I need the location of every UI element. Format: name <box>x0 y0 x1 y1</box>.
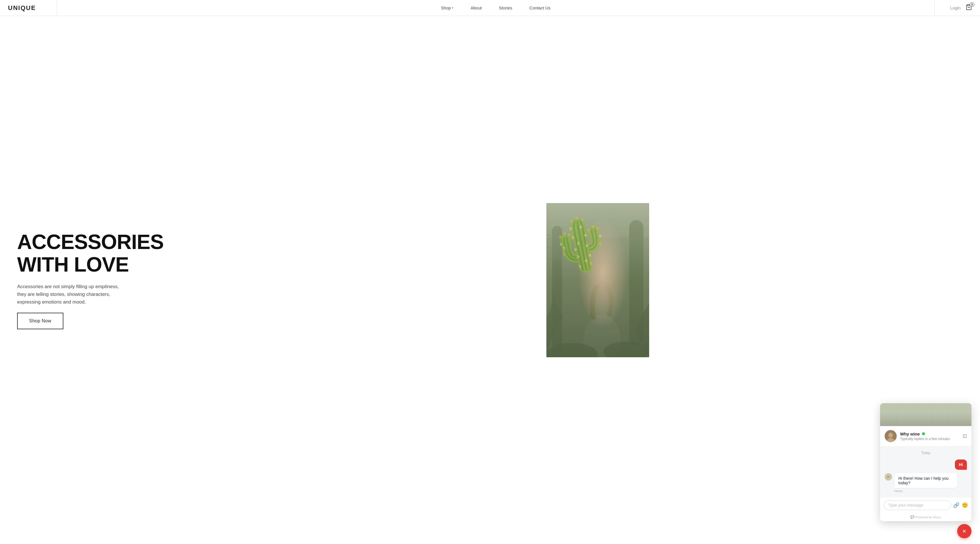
svg-line-15 <box>548 259 557 260</box>
emoji-icon[interactable]: 🙂 <box>962 502 968 508</box>
cart-button[interactable]: 0 <box>966 4 972 12</box>
chat-date: Today <box>885 451 967 455</box>
nav-shop[interactable]: Shop ▾ <box>441 5 453 10</box>
hero-title: ACCESSORIES WITH LOVE <box>17 231 395 276</box>
svg-rect-11 <box>552 226 562 334</box>
svg-rect-12 <box>552 260 562 357</box>
user-bubble: Hi <box>955 459 967 470</box>
svg-rect-24 <box>880 403 971 426</box>
chat-powered-footer: 💬 Powered by Hoory <box>880 513 971 521</box>
svg-point-20 <box>588 263 616 286</box>
chat-close-button[interactable]: × <box>957 524 971 538</box>
hero-text-block: ACCESSORIES WITH LOVE Accessories are no… <box>0 231 412 330</box>
brand-logo[interactable]: UNIQUE <box>0 0 57 16</box>
shop-dropdown-arrow: ▾ <box>452 6 453 10</box>
chat-avatar <box>885 430 897 442</box>
chat-header: Why wine Typically replies in a few minu… <box>880 426 971 446</box>
bot-bubble: Hi there! How can I help you today? <box>894 473 957 488</box>
chat-menu-icon[interactable]: ⊡ <box>963 433 967 439</box>
chat-title-area: Why wine Typically replies in a few minu… <box>900 431 959 441</box>
chat-body: Today Hi H Hi there! How can I help you … <box>880 446 971 497</box>
svg-point-34 <box>888 432 893 438</box>
hero-image-svg <box>546 203 649 357</box>
bot-message-row: H Hi there! How can I help you today? <box>885 473 967 488</box>
login-button[interactable]: Login <box>950 5 961 10</box>
header-actions: Login 0 <box>934 0 980 16</box>
cart-badge: 0 <box>970 2 974 7</box>
svg-point-17 <box>584 314 620 357</box>
main-nav: Shop ▾ About Stories Contact Us <box>57 0 934 16</box>
bot-mini-avatar: H <box>885 473 892 480</box>
header: UNIQUE Shop ▾ About Stories Contact Us L… <box>0 0 980 16</box>
chat-reply-time: Typically replies in a few minutes <box>900 437 959 441</box>
attach-icon[interactable]: 🔗 <box>953 502 959 508</box>
close-icon: × <box>962 527 966 535</box>
chat-preview-image <box>880 403 971 426</box>
chat-message-input[interactable] <box>883 500 951 510</box>
brand-name: UNIQUE <box>8 4 36 12</box>
hero-image <box>546 203 649 357</box>
svg-rect-2 <box>546 203 649 237</box>
svg-line-13 <box>546 235 557 237</box>
svg-point-22 <box>546 343 598 357</box>
chat-widget: Why wine Typically replies in a few minu… <box>880 403 971 521</box>
svg-rect-1 <box>546 203 649 357</box>
chat-input-area: 🔗 🙂 <box>880 497 971 513</box>
svg-rect-16 <box>629 220 643 346</box>
hero-subtitle: Accessories are not simply filling up em… <box>17 283 126 306</box>
svg-point-19 <box>575 277 629 289</box>
bot-sender-name: Hoory <box>894 489 967 493</box>
hero-image-area <box>412 203 784 357</box>
nav-contact[interactable]: Contact Us <box>529 5 550 10</box>
svg-rect-25 <box>880 403 971 426</box>
powered-icon: 💬 <box>910 515 914 519</box>
hero-section: ACCESSORIES WITH LOVE Accessories are no… <box>0 16 980 544</box>
user-message-row: Hi <box>885 459 967 470</box>
nav-stories[interactable]: Stories <box>499 5 512 10</box>
svg-point-18 <box>594 282 610 302</box>
chat-bot-name: Why wine <box>900 431 959 436</box>
shop-now-button[interactable]: Shop Now <box>17 313 64 329</box>
svg-point-23 <box>603 341 649 357</box>
chat-status-indicator <box>922 432 925 435</box>
nav-about[interactable]: About <box>471 5 482 10</box>
svg-point-21 <box>596 281 608 297</box>
svg-line-14 <box>546 247 557 249</box>
